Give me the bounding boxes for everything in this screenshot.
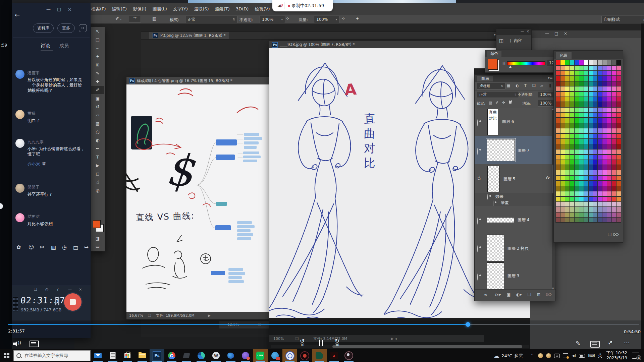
recording-indicator-pill[interactable]: ◄⊘ 录制中02:31:59 [272,0,333,11]
ghost-minimize-icon[interactable]: — [545,31,549,36]
taskbar-word-icon[interactable]: W [209,349,223,362]
crop-tool[interactable]: ⊞ [91,61,104,69]
library-button[interactable]: 资料库 [33,23,54,33]
layer6-thumbnail[interactable]: 直曲对比 [487,109,498,135]
shape-tool[interactable]: ◻ [91,170,104,178]
skip-back-button[interactable]: ↺10 [300,339,305,347]
video-progress-knob[interactable] [466,322,470,327]
tray-keyboard-icon[interactable]: ⌨ [588,353,595,358]
tool-preset-icon[interactable]: ✐ ▾ [115,16,121,21]
doc-mindmap-zoom[interactable]: 16.67% [129,313,143,318]
tray-volume-icon[interactable]: ◄) [571,353,576,358]
pause-button[interactable] [319,340,320,346]
pen-tool[interactable]: ✒ [91,144,104,153]
recorder-folder-icon[interactable]: ❏ [34,287,37,292]
player-screenshare-icon[interactable] [30,341,39,347]
dodge-tool[interactable]: ◐ [91,136,104,144]
tray-power-icon[interactable] [579,354,585,358]
layer-row-6[interactable]: 直曲对比 圖層 6 [475,108,555,136]
layer7-thumbnail[interactable] [487,139,515,161]
message-sender[interactable]: 熊熊子 [28,184,40,190]
new-swatch-icon[interactable]: ❏ [608,232,611,237]
avatar[interactable] [15,70,24,79]
layer-mask-icon[interactable]: ▣ [507,292,511,297]
message-sender[interactable]: 九九九寒 [28,139,44,145]
tray-qq2-icon[interactable] [546,353,551,358]
layer4-name[interactable]: 圖層 4 [518,217,529,223]
taskbar-chrome-icon[interactable] [164,349,179,362]
doc-p3-tab[interactable]: Ps P3.png @ 12.5% (圖層 1, RGB/8) * [149,32,229,39]
layer-fx-badge[interactable]: fx [546,176,549,180]
gradient-tool[interactable]: ▨ [91,119,104,128]
chat-maximize-icon[interactable]: □ [57,7,61,12]
tray-expand-icon[interactable]: ⌃ [530,354,533,358]
visibility-eye-icon[interactable] [477,148,478,155]
effects-row[interactable]: 效果 [475,193,555,200]
filter-smartobj-icon[interactable]: ▱ [540,83,543,88]
tab-discussion[interactable]: 讨论 [41,43,50,49]
taskbar-store-icon[interactable] [120,349,135,362]
ime-indicator[interactable]: 英 [598,353,602,359]
video-progress-remaining[interactable] [468,324,639,325]
swatch-grid[interactable] [555,60,621,223]
content-close-icon[interactable]: × [527,29,529,33]
taskbar-app5-icon[interactable] [312,349,327,362]
avatar[interactable] [15,139,24,148]
menu-select[interactable]: 選取(S) [194,6,209,11]
message-sender[interactable]: 黄猫 [28,111,36,116]
back-arrow-icon[interactable]: ← [15,11,20,18]
blend-mode-layers-select[interactable]: 正常⇅ [477,91,519,98]
layer-row-5[interactable]: ☝ 圖層 5 fx ▴ [475,164,555,193]
visibility-eye-icon[interactable] [477,119,478,126]
eraser-tool[interactable]: ▱ [91,111,104,119]
taskbar-edge-icon[interactable] [194,349,209,362]
more-options-icon[interactable]: ⋯ [624,339,630,346]
menu-filter[interactable]: 濾鏡(T) [215,6,230,11]
airbrush-icon[interactable]: ✧ [286,16,289,21]
message-sender[interactable]: 潘度宇 [28,70,40,76]
emoji-icon[interactable]: ☺ [29,244,34,250]
recorder-help-icon[interactable]: ? [57,287,59,292]
doc-mindmap-canvas[interactable]: $ 直线 VS 曲线: [126,84,269,312]
layer4-thumbnail[interactable] [487,217,514,223]
avatar[interactable] [15,110,24,119]
clone-stamp-tool[interactable]: ▣ [91,94,104,103]
layer3copy-name[interactable]: 圖層 3 拷貝 [507,246,529,251]
visibility-eye-icon[interactable] [477,274,478,281]
menu-file[interactable]: 檔案(F) [91,6,106,11]
visibility-eye-icon[interactable] [477,218,478,225]
hand-tool[interactable]: ☝ [91,178,104,186]
smoothing-icon[interactable]: ✦ [356,16,359,21]
notification-center-icon[interactable]: 4 [632,353,639,359]
recorder-clock-icon[interactable]: ◷ [45,287,49,292]
quick-mask-icon[interactable]: ◨ [91,234,104,243]
brush-panel-toggle-icon[interactable]: ▥ [152,16,156,21]
weather-condition[interactable]: 多雲 [514,353,523,359]
menu-image[interactable]: 影像(I) [133,6,146,11]
doc-mindmap-titlebar[interactable]: Ps 構成4期 L4 心智圖.png @ 16.7% (圖層 15, RGB/8… [126,77,272,85]
reply-mention[interactable]: @小米 [28,162,40,167]
layer-filter-select[interactable]: 🔎種類⇅ [477,83,505,89]
brush-preset-picker[interactable]: •▾ [129,16,141,22]
panel-menu-icon[interactable]: ▾≡ [548,76,553,80]
taskbar-app1-icon[interactable] [179,349,194,362]
video-progress-played[interactable] [8,324,468,325]
foreground-color-swatch[interactable] [93,220,101,228]
layer3-name[interactable]: 圖層 3 [507,273,519,279]
layer6-name[interactable]: 圖層 6 [502,119,514,125]
eyedropper-tool[interactable]: ✎ [91,69,104,77]
weather-cloud-icon[interactable]: ☁ [493,352,499,359]
filter-shape-icon[interactable]: ❏ [532,83,536,88]
more-button[interactable]: 更多 [57,23,75,33]
taskbar-notes-icon[interactable] [105,349,120,362]
message-sender[interactable]: 结界洁 [28,214,40,220]
recorder-close-icon[interactable]: × [79,287,82,292]
annotate-pencil-icon[interactable]: ✎ [576,340,580,347]
flow-select[interactable]: 100%▾ [314,16,339,23]
sticker-flower-icon[interactable]: ✿ [16,244,21,250]
taskbar-telegram-icon[interactable] [268,349,282,362]
status-arrow-icon[interactable]: ▶ [208,313,211,318]
share-chat-icon[interactable]: ➥ [84,244,89,250]
swatches-tab[interactable]: 色票 [556,52,572,59]
adjustment-layer-icon[interactable]: ◐▾ [516,292,522,297]
